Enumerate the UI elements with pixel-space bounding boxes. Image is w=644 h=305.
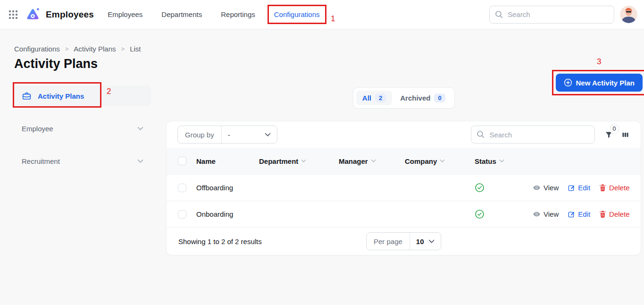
nav-item-employees[interactable]: Employees [108,10,142,18]
group-by-select[interactable]: - [222,126,277,143]
main-row: Activity Plans 2 Employee Recruitment [14,85,630,255]
tab-all[interactable]: All 2 [356,91,392,105]
breadcrumb-configurations[interactable]: Configurations [14,45,60,53]
annotation-number-2: 2 [107,87,111,96]
table-header-row: Name Department Manager Company [167,148,641,174]
sidebar-item-label: Activity Plans [38,92,84,100]
row-checkbox[interactable] [178,210,186,219]
chevron-down-icon [137,159,143,163]
toolbar-right: 0 [471,126,630,144]
columns-button[interactable] [621,130,630,139]
table-footer: Showing 1 to 2 of 2 results Per page 10 [167,227,641,255]
breadcrumb: Configurations > Activity Plans > List [14,45,630,53]
status-active-check-icon [475,209,485,219]
sort-chevron-icon [301,159,306,163]
tab-all-label: All [362,94,371,102]
per-page-select[interactable]: 10 [410,233,441,250]
sidebar-item-label: Recruitment [22,157,60,165]
page-content: Configurations > Activity Plans > List A… [0,45,644,255]
chevron-down-icon [429,239,435,244]
table-row: Offboarding [167,174,641,201]
global-search [489,6,614,24]
annotation-box-3: 3 New Activity Plan [552,70,644,95]
per-page-label: Per page [367,233,410,250]
nav-item-configurations-label: Configurations [274,10,320,18]
edit-button[interactable]: Edit [568,184,590,192]
nav-item-reportings[interactable]: Reportings [221,10,255,18]
group-by-label: Group by [178,126,222,143]
per-page-value: 10 [416,237,424,246]
edit-label: Edit [578,210,590,218]
edit-button[interactable]: Edit [568,210,590,218]
user-avatar[interactable] [620,6,637,23]
row-checkbox[interactable] [178,184,186,192]
column-header-department[interactable]: Department [259,157,339,165]
tab-all-count-badge: 2 [375,93,386,102]
sort-chevron-icon [440,159,445,163]
column-header-label: Company [405,157,437,165]
main-nav: Employees Departments Reportings Configu… [108,10,319,18]
app-logo-icon [25,7,41,22]
edit-pencil-icon [568,211,575,218]
breadcrumb-activity-plans[interactable]: Activity Plans [74,45,116,53]
columns-icon [621,130,630,139]
delete-button[interactable]: Delete [599,184,629,192]
app-screen: Employees Employees Departments Reportin… [0,0,644,305]
group-by-value: - [228,131,230,139]
new-activity-plan-label: New Activity Plan [576,79,635,87]
trash-icon [599,210,606,218]
row-name: Onboarding [196,210,259,218]
nav-item-departments[interactable]: Departments [161,10,202,18]
app-grid-icon[interactable] [7,8,20,21]
sidebar-item-activity-plans[interactable]: Activity Plans 2 [14,85,151,106]
search-icon [495,10,503,20]
breadcrumb-separator: > [65,45,69,52]
annotation-number-1: 1 [331,14,335,24]
view-button[interactable]: View [533,210,559,218]
column-header-label: Department [259,157,298,165]
column-header-company[interactable]: Company [405,157,475,165]
per-page-control: Per page 10 [366,232,442,250]
column-header-manager[interactable]: Manager [339,157,405,165]
tab-archived-label: Archived [400,94,430,102]
tab-archived[interactable]: Archived 0 [394,91,451,105]
table-row: Onboarding [167,201,641,227]
delete-label: Delete [609,184,629,192]
main-panel: All 2 Archived 0 Group by [166,85,641,255]
status-active-check-icon [475,183,485,193]
column-header-label: Manager [339,157,368,165]
new-activity-plan-button[interactable]: New Activity Plan [556,74,643,92]
table-search [471,126,595,144]
sidebar-item-recruitment[interactable]: Recruitment [14,151,151,171]
chevron-down-icon [265,133,271,137]
table-toolbar: Group by - [167,121,641,148]
select-all-checkbox[interactable] [178,157,186,165]
global-search-input[interactable] [489,6,614,24]
filter-button[interactable]: 0 [604,130,613,139]
breadcrumb-list[interactable]: List [130,45,141,53]
delete-label: Delete [609,210,629,218]
eye-icon [533,184,541,192]
search-icon [477,130,485,140]
row-name: Offboarding [196,184,259,192]
grid-dots-icon [8,9,18,20]
edit-pencil-icon [568,184,575,192]
sort-chevron-icon [499,159,504,163]
app-title: Employees [46,9,94,20]
eye-icon [533,210,541,218]
delete-button[interactable]: Delete [599,210,629,218]
column-header-status[interactable]: Status [475,157,533,165]
chevron-down-icon [137,127,143,131]
view-button[interactable]: View [533,184,559,192]
filter-count-badge: 0 [610,125,619,134]
column-header-label: Status [475,157,496,165]
edit-label: Edit [578,184,590,192]
view-label: View [544,210,559,218]
nav-item-configurations[interactable]: Configurations 1 [274,10,320,18]
page-title: Activity Plans [14,57,630,71]
sort-chevron-icon [371,159,376,163]
sidebar-item-employee[interactable]: Employee [14,118,151,139]
column-header-name: Name [196,157,259,165]
table-search-input[interactable] [471,126,595,144]
view-label: View [544,184,559,192]
